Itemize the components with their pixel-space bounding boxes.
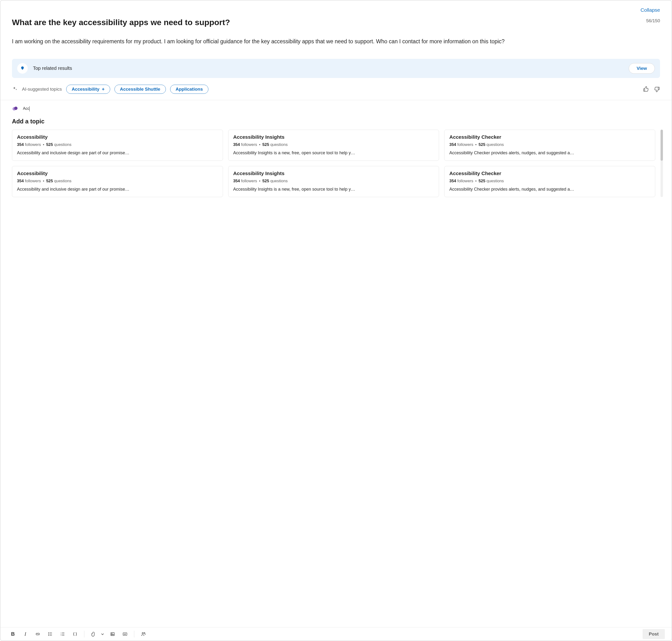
svg-text:3: 3 [61, 635, 61, 636]
card-title: Accessibility [17, 134, 218, 140]
scrollbar[interactable] [660, 129, 663, 197]
topic-card[interactable]: Accessibility Insights354 followers•525 … [228, 129, 439, 161]
image-button[interactable] [107, 629, 118, 639]
question-title[interactable]: What are the key accessibility apps we n… [12, 17, 230, 27]
ai-suggested-label: AI-suggested topics [22, 86, 62, 92]
related-results-label: Top related results [33, 66, 624, 71]
topic-input[interactable]: Acc [23, 106, 30, 111]
topic-cards-wrap: Accessibility354 followers•525 questions… [12, 129, 664, 197]
topic-input-row: Acc [12, 106, 660, 112]
top-row: Collapse [12, 7, 660, 13]
compose-window: Collapse What are the key accessibility … [0, 0, 672, 641]
title-row: What are the key accessibility apps we n… [12, 17, 660, 27]
thumbs-up-icon[interactable] [643, 86, 649, 92]
plus-icon: + [102, 87, 105, 92]
topic-card[interactable]: Accessibility354 followers•525 questions… [12, 166, 223, 197]
link-button[interactable] [32, 629, 43, 639]
topic-card[interactable]: Accessibility Insights354 followers•525 … [228, 166, 439, 197]
svg-point-12 [142, 632, 144, 634]
code-block-button[interactable] [69, 629, 81, 639]
card-meta: 354 followers•525 questions [17, 142, 218, 147]
card-description: Accessibility Insights is a new, free, o… [233, 150, 434, 156]
bold-button[interactable]: B [7, 629, 19, 639]
svg-point-3 [48, 634, 49, 634]
related-results-bar: Top related results View [12, 59, 660, 78]
thumbs-down-icon[interactable] [654, 86, 660, 92]
editor-toolbar: B I 123 GIF [0, 627, 672, 641]
card-description: Accessibility and inclusive design are p… [17, 150, 218, 156]
card-meta: 354 followers•525 questions [449, 179, 650, 183]
card-description: Accessibility Checker provides alerts, n… [449, 186, 650, 192]
card-meta: 354 followers•525 questions [449, 142, 650, 147]
chip-label: Accessible Shuttle [120, 86, 160, 92]
card-meta: 354 followers•525 questions [233, 142, 434, 147]
view-button[interactable]: View [629, 63, 655, 74]
question-body[interactable]: I am working on the accessibility requir… [12, 38, 660, 45]
ai-chip-applications[interactable]: Applications [170, 85, 208, 94]
topic-cards-grid: Accessibility354 followers•525 questions… [12, 129, 655, 197]
numbered-list-button[interactable]: 123 [57, 629, 68, 639]
scrollbar-thumb[interactable] [660, 129, 663, 161]
card-meta: 354 followers•525 questions [17, 179, 218, 183]
sparkle-icon [12, 86, 18, 92]
topic-tag-icon [12, 106, 19, 112]
mention-people-button[interactable] [138, 629, 149, 639]
attach-button[interactable] [88, 629, 99, 639]
post-button[interactable]: Post [643, 629, 665, 639]
card-title: Accessibility Checker [449, 171, 650, 176]
ai-chip-accessibility[interactable]: Accessibility + [66, 85, 110, 94]
card-title: Accessibility Checker [449, 134, 650, 140]
lightbulb-icon [17, 63, 28, 74]
collapse-link[interactable]: Collapse [641, 7, 660, 13]
card-title: Accessibility Insights [233, 134, 434, 140]
topic-card[interactable]: Accessibility Checker354 followers•525 q… [444, 129, 655, 161]
card-description: Accessibility Insights is a new, free, o… [233, 186, 434, 192]
gif-button[interactable]: GIF [119, 629, 131, 639]
ai-suggested-row: AI-suggested topics Accessibility + Acce… [12, 85, 660, 94]
card-meta: 354 followers•525 questions [233, 179, 434, 183]
svg-point-13 [144, 632, 145, 633]
feedback-thumbs [643, 86, 660, 92]
chip-label: Accessibility [72, 86, 99, 92]
attach-dropdown[interactable] [99, 629, 106, 639]
svg-point-2 [48, 632, 49, 633]
card-title: Accessibility Insights [233, 171, 434, 176]
card-description: Accessibility and inclusive design are p… [17, 186, 218, 192]
char-counter: 56/150 [639, 17, 660, 24]
add-topic-heading: Add a topic [12, 118, 660, 125]
topic-card[interactable]: Accessibility354 followers•525 questions… [12, 129, 223, 161]
toolbar-separator [84, 631, 84, 637]
chip-label: Applications [176, 86, 203, 92]
svg-point-9 [112, 633, 112, 634]
card-description: Accessibility Checker provides alerts, n… [449, 150, 650, 156]
svg-text:GIF: GIF [124, 633, 126, 635]
card-title: Accessibility [17, 171, 218, 176]
svg-point-4 [48, 635, 49, 636]
svg-point-1 [14, 107, 17, 110]
topic-card[interactable]: Accessibility Checker354 followers•525 q… [444, 166, 655, 197]
content-area: Collapse What are the key accessibility … [0, 0, 672, 622]
ai-chip-accessible-shuttle[interactable]: Accessible Shuttle [114, 85, 166, 94]
bullet-list-button[interactable] [44, 629, 56, 639]
italic-button[interactable]: I [19, 629, 31, 639]
